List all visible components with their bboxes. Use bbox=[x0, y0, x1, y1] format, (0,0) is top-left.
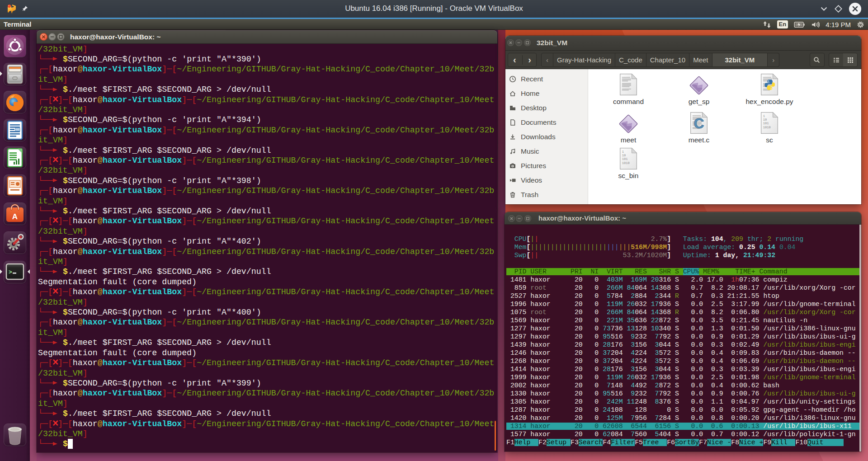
svg-text:101: 101 bbox=[622, 157, 628, 161]
svg-text:10: 10 bbox=[763, 118, 767, 122]
svg-text:>: > bbox=[9, 269, 12, 276]
svg-text:C: C bbox=[694, 115, 704, 132]
svg-text:101: 101 bbox=[763, 122, 769, 125]
svg-text:A: A bbox=[12, 212, 18, 221]
svg-text:1: 1 bbox=[622, 150, 624, 154]
svg-text:10: 10 bbox=[622, 154, 626, 157]
svg-text:1010: 1010 bbox=[622, 161, 630, 165]
svg-text:1: 1 bbox=[763, 114, 765, 118]
svg-text:1010: 1010 bbox=[763, 126, 771, 129]
